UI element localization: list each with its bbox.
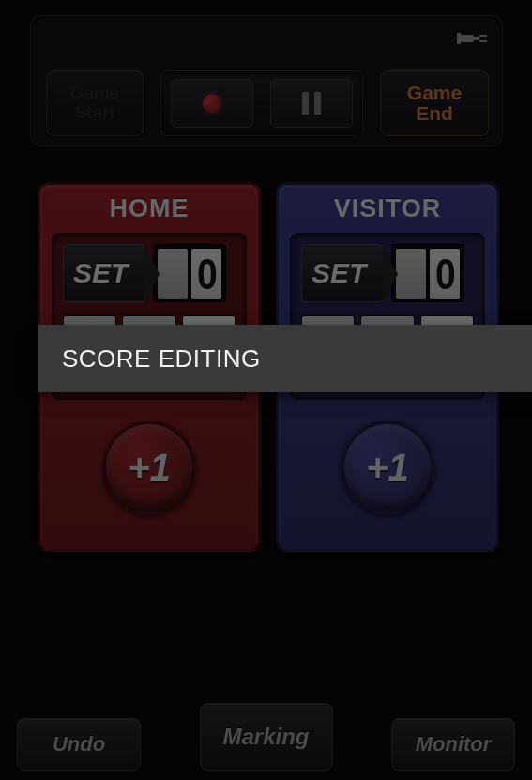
app-screen: Game Start Game End HOME SET <box>0 0 532 780</box>
toast-text: SCORE EDITING <box>62 344 261 374</box>
score-editing-toast[interactable]: SCORE EDITING <box>38 325 532 392</box>
